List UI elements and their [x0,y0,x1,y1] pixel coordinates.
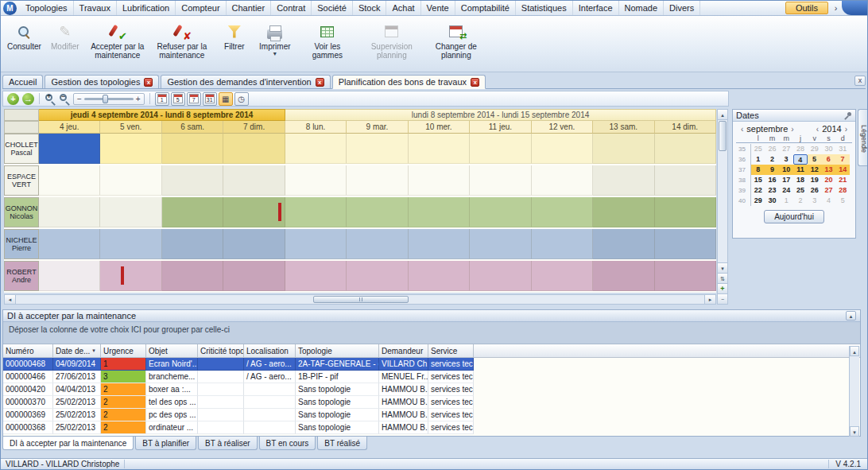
planning-cell[interactable] [470,229,531,259]
planning-horizontal-scrollbar[interactable]: ◂ ▸ [4,294,716,305]
table-row[interactable]: 00000042004/04/20132boxer aa :...Sans to… [3,383,860,396]
calendar-day[interactable]: 27 [779,144,793,154]
column-header-objet[interactable]: Objet [146,344,198,357]
planning-day-header[interactable]: 6 sam. [162,121,223,134]
calendar-day[interactable]: 11 [793,165,808,175]
calendar-day[interactable]: 17 [779,175,793,185]
planning-cell[interactable] [285,134,347,164]
table-cell[interactable]: Sans topologie [296,396,379,409]
bottom-tab-bt-a-planifier[interactable]: BT à planifier [135,437,196,450]
calendar-day[interactable]: 23 [765,185,780,196]
pin-icon[interactable] [843,111,852,120]
table-cell[interactable]: services tec... [428,396,474,409]
calendar-day[interactable]: 29 [751,196,765,206]
planning-cell[interactable] [223,229,285,259]
table-cell[interactable]: 000000468 [3,358,53,371]
bottom-tab-bt-realise[interactable]: BT réalisé [317,437,367,450]
calendar-day[interactable]: 5 [835,196,850,206]
planning-day-header[interactable]: 13 sam. [593,121,654,134]
table-cell[interactable]: / AG - aero... [244,371,296,383]
table-cell[interactable]: 25/02/2013 [53,421,101,434]
prev-year-icon[interactable]: ‹ [816,125,819,134]
planning-cell[interactable] [532,261,593,291]
column-header-topologie[interactable]: Topologie [296,344,379,357]
doc-tab-planification-des-bons-de-travaux[interactable]: Planification des bons de travauxx [332,75,486,89]
table-cell[interactable] [198,421,244,434]
calendar-day[interactable]: 3 [808,196,822,206]
planning-cell[interactable] [100,229,161,259]
table-cell[interactable] [244,421,296,434]
calendar-day[interactable]: 31 [835,144,850,154]
calendar-day[interactable]: 14 [835,165,850,175]
view-button-6[interactable]: ◷ [234,92,249,106]
ribbon-button-changer-de-planning[interactable]: Changer de planning [426,19,486,61]
planning-cell[interactable] [347,134,408,164]
table-cell[interactable]: Sans topologie [296,421,379,434]
calendar-day[interactable]: 28 [793,144,808,154]
table-row[interactable]: 00000046627/06/20133brancheme.../ AG - a… [3,371,860,383]
column-header-localisation[interactable]: Localisation [244,344,296,357]
add-button[interactable]: + [7,93,19,105]
table-cell[interactable]: 2 [101,409,146,421]
table-cell[interactable]: MENUEL Fr... [379,371,428,383]
scroll-down-icon[interactable]: ▾ [850,426,859,437]
calendar-day[interactable]: 26 [765,144,780,154]
planning-cell[interactable] [409,261,470,291]
calendar-day[interactable]: 27 [822,185,836,196]
planning-cell[interactable] [409,229,470,259]
calendar-day[interactable]: 13 [822,165,836,175]
planning-cell[interactable] [593,165,654,196]
planning-cell[interactable] [162,197,223,227]
planning-cell[interactable] [223,197,285,227]
scroll-right-icon[interactable]: ▸ [704,295,715,304]
legend-tab[interactable]: Légende [858,109,868,166]
planning-cell[interactable] [347,197,408,227]
table-cell[interactable]: 000000368 [3,421,53,434]
calendar-day[interactable]: 29 [808,144,822,154]
planning-cell[interactable] [100,197,161,227]
planning-cell[interactable] [100,134,161,164]
close-tab-icon[interactable]: x [471,78,479,87]
task-bar[interactable] [278,203,281,221]
calendar-day[interactable]: 3 [779,154,793,165]
table-cell[interactable]: 04/09/2014 [53,358,101,371]
table-cell[interactable]: tel des ops ... [146,396,198,409]
menu-tab-divers[interactable]: Divers [664,1,700,15]
planning-cell[interactable] [162,261,223,291]
menu-tab-societe[interactable]: Société [312,1,353,15]
calendar-day[interactable]: 10 [779,165,793,175]
next-month-icon[interactable]: › [791,125,793,134]
planning-cell[interactable] [285,197,347,227]
table-cell[interactable]: HAMMOU B... [379,409,428,421]
table-cell[interactable]: HAMMOU B... [379,421,428,434]
planning-cell[interactable] [223,134,285,164]
planning-cell[interactable] [593,134,654,164]
planning-day-header[interactable]: 12 ven. [532,121,593,134]
table-cell[interactable]: 25/02/2013 [53,396,101,409]
scrollbar-thumb[interactable] [313,296,409,303]
column-header-criticite-topo[interactable]: Criticité topo. [198,344,244,357]
planning-cell[interactable] [409,165,470,196]
planning-cell[interactable] [347,261,408,291]
table-cell[interactable]: 1 [101,358,146,371]
menu-tab-compteur[interactable]: Compteur [176,1,226,15]
zoom-slider[interactable]: − + [73,93,145,105]
table-cell[interactable]: services tec... [428,383,474,396]
menu-tab-interface[interactable]: Interface [573,1,619,15]
planning-cell[interactable] [593,229,654,259]
menu-tab-stock[interactable]: Stock [353,1,387,15]
view-button-2[interactable]: 5 [171,92,185,106]
planning-cell[interactable] [532,197,593,227]
ribbon-button-imprimer[interactable]: Imprimer▾ [257,19,293,58]
table-cell[interactable]: 000000466 [3,371,53,383]
table-vertical-scrollbar[interactable]: ▴ ▾ [849,346,859,437]
ribbon-button-refuser-par-la-maintenance[interactable]: Refuser par la maintenance [152,19,212,61]
planning-day-header[interactable]: 7 dim. [223,121,285,134]
scroll-up-icon[interactable]: ▴ [850,346,859,356]
calendar-day[interactable]: 5 [808,154,822,165]
planning-cell[interactable] [39,197,100,227]
column-header-date-de[interactable]: Date de...▾ [53,344,101,357]
planning-cell[interactable] [532,165,593,196]
planning-cell[interactable] [39,229,100,259]
column-header-urgence[interactable]: Urgence [101,344,146,357]
